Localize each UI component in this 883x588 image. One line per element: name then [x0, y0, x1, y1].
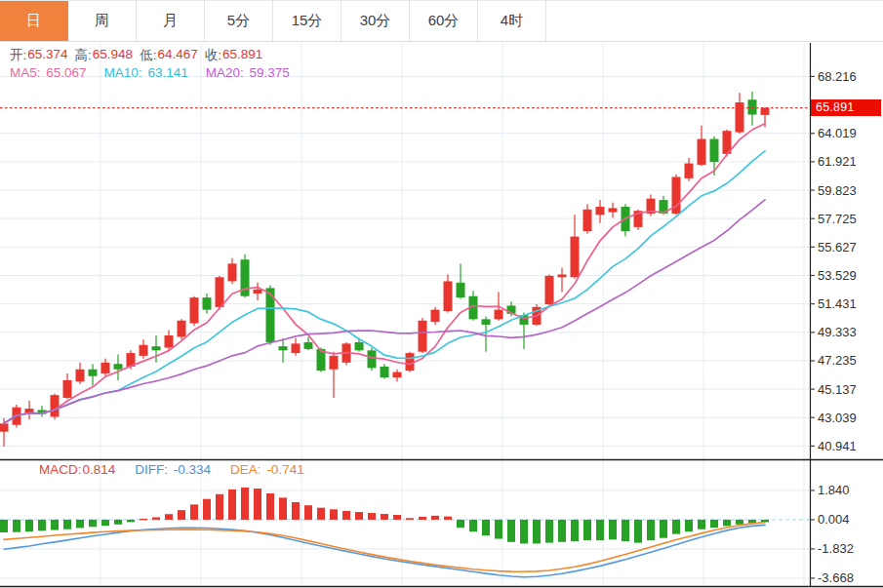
tab-m60[interactable]: 60分 [410, 1, 478, 41]
candle-up [571, 237, 580, 278]
tab-m15[interactable]: 15分 [273, 1, 341, 41]
candle-up [609, 208, 618, 212]
tab-week[interactable]: 周 [68, 1, 137, 41]
price-axis-label: 43.039 [818, 411, 857, 425]
macd-bar-up [431, 516, 439, 520]
macd-bar-down [583, 520, 591, 540]
macd-bar-up [304, 505, 312, 520]
macd-bar-up [368, 513, 376, 520]
candle-up [25, 409, 34, 412]
macd-bar-up [241, 488, 249, 520]
macd-bar-down [114, 520, 122, 525]
candle-up [545, 276, 554, 304]
open-value: 65.374 [27, 47, 67, 64]
macd-bar-down [13, 520, 20, 532]
ma20-line [4, 200, 765, 423]
macd-bar-down [495, 520, 502, 539]
tab-day[interactable]: 日 [0, 1, 68, 41]
candle-down [114, 364, 123, 370]
macd-bar-up [203, 499, 211, 520]
macd-bar-up [419, 517, 426, 520]
ma5-label: MA5: [10, 65, 41, 80]
candle-up [216, 277, 224, 307]
price-axis-label: 68.216 [818, 69, 857, 84]
macd-bar-down [698, 520, 705, 529]
diff-label: DIFF: [135, 462, 168, 477]
macd-bar-down [469, 520, 477, 531]
macd-bar-down [672, 520, 680, 534]
macd-bar-down [63, 520, 71, 529]
macd-bar-down [0, 520, 8, 532]
candle-up [596, 207, 605, 215]
macd-bar-up [393, 515, 401, 520]
macd-bar-down [634, 520, 642, 543]
macd-axis-label: -1.832 [818, 541, 854, 556]
low-value: 64.467 [157, 47, 197, 64]
macd-bar-down [533, 520, 541, 544]
price-axis-label: 47.235 [818, 353, 857, 368]
macd-axis-label: -3.668 [818, 570, 854, 585]
macd-bar-up [355, 512, 363, 520]
candle-up [228, 263, 237, 281]
candle-up [761, 108, 770, 115]
macd-bar-down [622, 520, 629, 541]
macd-bar-down [76, 520, 84, 528]
macd-bar-up [266, 493, 274, 520]
macd-bar-down [51, 520, 59, 530]
candle-up [190, 297, 199, 323]
diff-value: -0.334 [174, 462, 211, 477]
macd-readout: MACD:0.814 DIFF: -0.334 DEA: -0.741 [39, 462, 304, 477]
candle-up [76, 370, 85, 382]
dea-value: -0.741 [266, 462, 303, 477]
candle-up [698, 139, 706, 165]
tab-m5[interactable]: 5分 [205, 1, 273, 41]
macd-bar-down [685, 520, 693, 531]
macd-label: MACD: [39, 462, 82, 477]
candle-up [393, 372, 402, 378]
macd-axis-label: 0.004 [818, 512, 850, 527]
current-price-badge: 65.891 [811, 99, 881, 116]
candle-up [685, 164, 694, 178]
period-tabbar: 日周月5分15分30分60分4时 [0, 0, 883, 42]
candle-up [63, 380, 72, 398]
ohlc-readout: 开:65.374 高:65.948 低:64.467 收:65.891 [10, 47, 262, 64]
tab-m30[interactable]: 30分 [341, 1, 410, 41]
candle-up [140, 345, 148, 356]
macd-bar-down [609, 520, 617, 539]
candle-up [495, 310, 503, 320]
candle-up [254, 290, 262, 294]
price-axis-label: 64.019 [818, 126, 857, 140]
macd-bar-up [330, 509, 338, 520]
candle-down [152, 346, 161, 350]
macd-bar-down [596, 520, 604, 540]
candle-up [444, 281, 453, 311]
dea-label: DEA: [230, 462, 261, 477]
candle-up [330, 356, 339, 370]
close-value: 65.891 [222, 47, 262, 64]
macd-bar-down [89, 520, 97, 527]
macd-bar-down [736, 520, 743, 525]
macd-bar-down [571, 520, 579, 541]
macd-bar-up [254, 489, 261, 520]
macd-bar-down [545, 520, 553, 543]
ma-readout: MA5: 65.067 MA10: 63.141 MA20: 59.375 [10, 65, 290, 80]
price-axis-label: 49.333 [818, 325, 857, 339]
ma10-value: 63.141 [147, 65, 187, 80]
macd-bar-up [292, 502, 300, 520]
candle-up [419, 321, 427, 352]
candle-down [355, 342, 364, 350]
high-value: 65.948 [93, 47, 133, 64]
tab-h4[interactable]: 4时 [478, 1, 546, 41]
macd-bar-up [317, 508, 325, 520]
high-label: 高: [75, 47, 92, 64]
macd-bar-down [507, 520, 515, 542]
candle-up [101, 363, 110, 373]
candle-up [431, 310, 440, 323]
candle-up [0, 423, 9, 431]
ma10-line [4, 151, 765, 424]
chart-canvas[interactable]: 68.21664.01961.92159.82357.72555.62753.5… [0, 0, 883, 588]
tab-month[interactable]: 月 [137, 1, 205, 41]
candle-up [178, 321, 186, 337]
price-axis-label: 57.725 [818, 212, 857, 226]
macd-value: 0.814 [83, 462, 116, 477]
